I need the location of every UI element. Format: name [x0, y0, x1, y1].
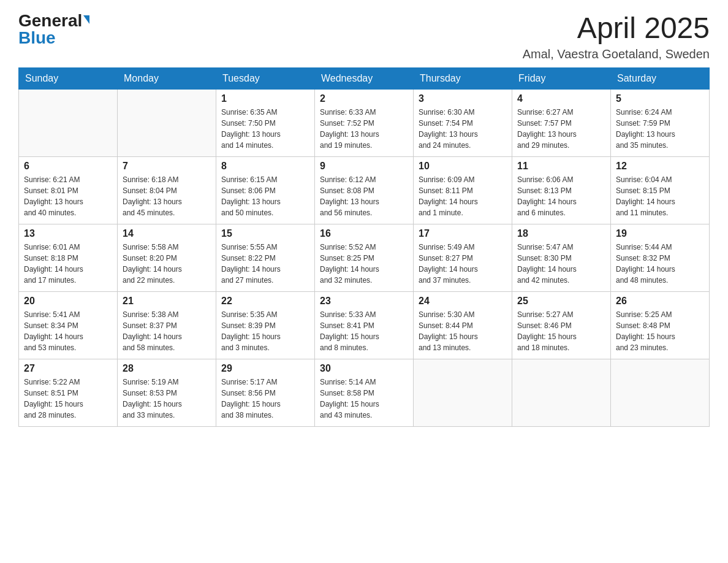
calendar-day-header: Sunday — [19, 67, 118, 89]
day-info: Sunrise: 5:30 AMSunset: 8:44 PMDaylight:… — [419, 309, 507, 353]
day-info: Sunrise: 5:17 AMSunset: 8:56 PMDaylight:… — [221, 377, 309, 421]
day-number: 22 — [221, 296, 309, 307]
day-info: Sunrise: 5:44 AMSunset: 8:32 PMDaylight:… — [616, 242, 704, 286]
calendar-cell: 13Sunrise: 6:01 AMSunset: 8:18 PMDayligh… — [19, 224, 118, 291]
calendar-week-row: 27Sunrise: 5:22 AMSunset: 8:51 PMDayligh… — [19, 359, 710, 426]
calendar-day-header: Friday — [512, 67, 611, 89]
title-block: April 2025 Amal, Vaestra Goetaland, Swed… — [523, 12, 710, 61]
day-number: 3 — [419, 93, 507, 104]
calendar-cell: 11Sunrise: 6:06 AMSunset: 8:13 PMDayligh… — [512, 156, 611, 224]
day-info: Sunrise: 5:52 AMSunset: 8:25 PMDaylight:… — [320, 242, 408, 286]
day-info: Sunrise: 5:47 AMSunset: 8:30 PMDaylight:… — [517, 242, 605, 286]
calendar-cell — [611, 359, 710, 426]
day-info: Sunrise: 5:25 AMSunset: 8:48 PMDaylight:… — [616, 309, 704, 353]
calendar-cell: 12Sunrise: 6:04 AMSunset: 8:15 PMDayligh… — [611, 156, 710, 224]
day-number: 13 — [24, 228, 112, 239]
day-number: 26 — [616, 296, 704, 307]
calendar-cell: 26Sunrise: 5:25 AMSunset: 8:48 PMDayligh… — [611, 291, 710, 359]
day-info: Sunrise: 5:58 AMSunset: 8:20 PMDaylight:… — [123, 242, 211, 286]
calendar-cell — [19, 89, 118, 156]
day-number: 17 — [419, 228, 507, 239]
day-number: 25 — [517, 296, 605, 307]
calendar-cell: 30Sunrise: 5:14 AMSunset: 8:58 PMDayligh… — [315, 359, 414, 426]
calendar-cell: 20Sunrise: 5:41 AMSunset: 8:34 PMDayligh… — [19, 291, 118, 359]
day-info: Sunrise: 5:22 AMSunset: 8:51 PMDaylight:… — [24, 377, 112, 421]
logo-blue-text: Blue — [18, 29, 56, 47]
day-number: 16 — [320, 228, 408, 239]
day-number: 14 — [123, 228, 211, 239]
day-number: 5 — [616, 93, 704, 104]
calendar-cell: 3Sunrise: 6:30 AMSunset: 7:54 PMDaylight… — [414, 89, 512, 156]
day-info: Sunrise: 6:15 AMSunset: 8:06 PMDaylight:… — [221, 174, 309, 218]
calendar-header-row: SundayMondayTuesdayWednesdayThursdayFrid… — [19, 67, 710, 89]
calendar-cell: 25Sunrise: 5:27 AMSunset: 8:46 PMDayligh… — [512, 291, 611, 359]
calendar-cell: 17Sunrise: 5:49 AMSunset: 8:27 PMDayligh… — [414, 224, 512, 291]
day-info: Sunrise: 6:35 AMSunset: 7:50 PMDaylight:… — [221, 107, 309, 151]
day-info: Sunrise: 6:01 AMSunset: 8:18 PMDaylight:… — [24, 242, 112, 286]
calendar-cell: 9Sunrise: 6:12 AMSunset: 8:08 PMDaylight… — [315, 156, 414, 224]
calendar-week-row: 13Sunrise: 6:01 AMSunset: 8:18 PMDayligh… — [19, 224, 710, 291]
day-info: Sunrise: 6:04 AMSunset: 8:15 PMDaylight:… — [616, 174, 704, 218]
calendar-cell — [118, 89, 216, 156]
day-number: 27 — [24, 363, 112, 374]
day-number: 15 — [221, 228, 309, 239]
day-info: Sunrise: 6:12 AMSunset: 8:08 PMDaylight:… — [320, 174, 408, 218]
calendar-cell: 5Sunrise: 6:24 AMSunset: 7:59 PMDaylight… — [611, 89, 710, 156]
logo-general-text: General — [18, 12, 82, 29]
calendar-day-header: Saturday — [611, 67, 710, 89]
day-info: Sunrise: 6:09 AMSunset: 8:11 PMDaylight:… — [419, 174, 507, 218]
day-number: 18 — [517, 228, 605, 239]
day-number: 28 — [123, 363, 211, 374]
calendar-cell: 28Sunrise: 5:19 AMSunset: 8:53 PMDayligh… — [118, 359, 216, 426]
calendar-week-row: 20Sunrise: 5:41 AMSunset: 8:34 PMDayligh… — [19, 291, 710, 359]
day-number: 24 — [419, 296, 507, 307]
day-info: Sunrise: 6:18 AMSunset: 8:04 PMDaylight:… — [123, 174, 211, 218]
calendar-table: SundayMondayTuesdayWednesdayThursdayFrid… — [18, 67, 710, 427]
day-info: Sunrise: 6:21 AMSunset: 8:01 PMDaylight:… — [24, 174, 112, 218]
month-year-title: April 2025 — [523, 12, 710, 45]
calendar-week-row: 1Sunrise: 6:35 AMSunset: 7:50 PMDaylight… — [19, 89, 710, 156]
calendar-cell — [512, 359, 611, 426]
calendar-cell: 18Sunrise: 5:47 AMSunset: 8:30 PMDayligh… — [512, 224, 611, 291]
calendar-cell: 2Sunrise: 6:33 AMSunset: 7:52 PMDaylight… — [315, 89, 414, 156]
day-number: 19 — [616, 228, 704, 239]
calendar-cell: 6Sunrise: 6:21 AMSunset: 8:01 PMDaylight… — [19, 156, 118, 224]
calendar-cell: 29Sunrise: 5:17 AMSunset: 8:56 PMDayligh… — [216, 359, 315, 426]
day-info: Sunrise: 5:41 AMSunset: 8:34 PMDaylight:… — [24, 309, 112, 353]
calendar-day-header: Wednesday — [315, 67, 414, 89]
calendar-cell: 10Sunrise: 6:09 AMSunset: 8:11 PMDayligh… — [414, 156, 512, 224]
logo-arrow-icon — [83, 15, 89, 24]
day-info: Sunrise: 5:49 AMSunset: 8:27 PMDaylight:… — [419, 242, 507, 286]
calendar-cell: 14Sunrise: 5:58 AMSunset: 8:20 PMDayligh… — [118, 224, 216, 291]
day-number: 1 — [221, 93, 309, 104]
calendar-cell: 27Sunrise: 5:22 AMSunset: 8:51 PMDayligh… — [19, 359, 118, 426]
day-number: 4 — [517, 93, 605, 104]
day-number: 2 — [320, 93, 408, 104]
calendar-day-header: Thursday — [414, 67, 512, 89]
day-number: 20 — [24, 296, 112, 307]
day-info: Sunrise: 5:14 AMSunset: 8:58 PMDaylight:… — [320, 377, 408, 421]
calendar-cell: 8Sunrise: 6:15 AMSunset: 8:06 PMDaylight… — [216, 156, 315, 224]
day-info: Sunrise: 5:33 AMSunset: 8:41 PMDaylight:… — [320, 309, 408, 353]
day-number: 11 — [517, 161, 605, 172]
calendar-day-header: Tuesday — [216, 67, 315, 89]
calendar-cell — [414, 359, 512, 426]
day-info: Sunrise: 6:30 AMSunset: 7:54 PMDaylight:… — [419, 107, 507, 151]
calendar-cell: 15Sunrise: 5:55 AMSunset: 8:22 PMDayligh… — [216, 224, 315, 291]
page-header: General Blue April 2025 Amal, Vaestra Go… — [18, 12, 710, 61]
calendar-cell: 21Sunrise: 5:38 AMSunset: 8:37 PMDayligh… — [118, 291, 216, 359]
calendar-cell: 1Sunrise: 6:35 AMSunset: 7:50 PMDaylight… — [216, 89, 315, 156]
day-info: Sunrise: 6:06 AMSunset: 8:13 PMDaylight:… — [517, 174, 605, 218]
day-info: Sunrise: 5:27 AMSunset: 8:46 PMDaylight:… — [517, 309, 605, 353]
calendar-cell: 7Sunrise: 6:18 AMSunset: 8:04 PMDaylight… — [118, 156, 216, 224]
day-info: Sunrise: 5:38 AMSunset: 8:37 PMDaylight:… — [123, 309, 211, 353]
day-number: 10 — [419, 161, 507, 172]
calendar-cell: 22Sunrise: 5:35 AMSunset: 8:39 PMDayligh… — [216, 291, 315, 359]
day-info: Sunrise: 5:55 AMSunset: 8:22 PMDaylight:… — [221, 242, 309, 286]
day-info: Sunrise: 6:33 AMSunset: 7:52 PMDaylight:… — [320, 107, 408, 151]
day-info: Sunrise: 5:35 AMSunset: 8:39 PMDaylight:… — [221, 309, 309, 353]
calendar-week-row: 6Sunrise: 6:21 AMSunset: 8:01 PMDaylight… — [19, 156, 710, 224]
calendar-day-header: Monday — [118, 67, 216, 89]
day-info: Sunrise: 6:27 AMSunset: 7:57 PMDaylight:… — [517, 107, 605, 151]
calendar-cell: 4Sunrise: 6:27 AMSunset: 7:57 PMDaylight… — [512, 89, 611, 156]
